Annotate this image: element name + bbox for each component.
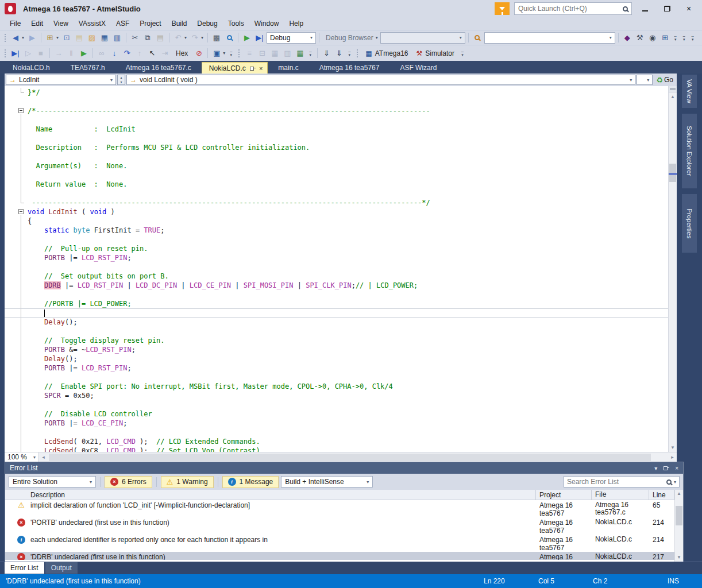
error-row[interactable]: ×'DDRB' undeclared (first use in this fu… [5, 552, 674, 560]
messages-filter-button[interactable]: i 1 Message [222, 476, 279, 488]
zoom-level-dropdown[interactable]: 100 % ▾ [5, 452, 39, 462]
debug-browser-combo[interactable]: ▾ [380, 32, 465, 44]
menu-view[interactable]: View [48, 18, 74, 29]
undo-icon[interactable]: ↶ [172, 32, 184, 44]
menu-vassistx[interactable]: VAssistX [74, 18, 111, 29]
toolbar-overflow-icon[interactable]: ╌▾ [346, 48, 353, 59]
error-row[interactable]: ieach undeclared identifier is reported … [5, 535, 674, 552]
error-list-scrollbar[interactable]: ▲ ▼ [674, 490, 683, 562]
start-debug-icon[interactable]: ▶ [241, 32, 253, 44]
column-file[interactable]: File [592, 490, 649, 500]
toolbar-overflow-icon[interactable]: ╌▾ [307, 48, 314, 59]
menu-debug[interactable]: Debug [192, 18, 222, 29]
open-file-icon[interactable]: ▨ [86, 32, 98, 44]
toolbar-grip[interactable] [356, 49, 359, 58]
toolbar-overflow-icon[interactable]: ╌▾ [672, 32, 680, 44]
error-search-box[interactable]: ▾ [564, 476, 680, 488]
menu-window[interactable]: Window [249, 18, 284, 29]
fold-toggle-icon[interactable] [18, 108, 24, 113]
processor-view-icon[interactable]: ▦ [269, 48, 280, 59]
fold-toggle-icon[interactable] [18, 209, 24, 214]
debug-break-icon[interactable]: ▶| [254, 32, 265, 44]
tab-tea5767-h[interactable]: TEA5767.h [60, 62, 115, 74]
back-icon[interactable]: ◀ [10, 32, 21, 44]
debug-browser-button-caret[interactable]: ▾ [375, 35, 379, 40]
back-icon-caret[interactable]: ▾ [21, 35, 25, 40]
registers-icon[interactable]: ⊟ [256, 48, 268, 59]
menu-build[interactable]: Build [167, 18, 192, 29]
horizontal-scrollbar[interactable] [48, 452, 668, 462]
toolbar-overflow-icon[interactable]: ╌▾ [227, 48, 235, 59]
restore-button[interactable] [658, 2, 676, 16]
scroll-up-arrow[interactable]: ▲ [675, 490, 683, 498]
close-tab-icon[interactable]: × [259, 65, 263, 72]
pin-icon[interactable] [249, 65, 256, 71]
quick-launch-input[interactable] [518, 5, 620, 13]
run-icon[interactable]: ▶ [78, 48, 90, 59]
scrollbar-thumb[interactable] [676, 506, 682, 525]
step-out-icon[interactable]: ↑ [134, 48, 145, 59]
simulator-tool-icon[interactable]: ⚒Simulator [413, 49, 458, 57]
menu-edit[interactable]: Edit [26, 18, 48, 29]
va-search-combo[interactable]: ▾ [484, 32, 615, 44]
windows-menu-icon[interactable]: ▣ [211, 48, 222, 59]
column-description[interactable]: Description [28, 490, 536, 500]
side-tab-va-view[interactable]: VA View [682, 75, 697, 108]
scroll-right-arrow[interactable]: ▸ [668, 454, 677, 460]
redo-icon[interactable]: ↷ [189, 32, 200, 44]
show-next-statement-icon[interactable]: → [53, 48, 64, 59]
io-view-icon[interactable]: ▦ [294, 48, 306, 59]
find-symbol-icon[interactable] [472, 32, 483, 44]
toolbar-grip[interactable] [4, 33, 7, 42]
toolbar-overflow-icon[interactable]: ╌▾ [681, 32, 688, 44]
device-chip-icon[interactable]: ▦ATmega16 [362, 49, 411, 57]
pause-icon[interactable]: ‖ [65, 48, 77, 59]
code-editor[interactable]: }*//*-----------------------------------… [5, 86, 668, 452]
continue-icon[interactable]: ▶| [10, 48, 21, 59]
menu-help[interactable]: Help [284, 18, 308, 29]
tab-atmega-16-tea5767-c[interactable]: Atmega 16 tea5767.c [115, 62, 202, 74]
minimize-button[interactable] [637, 2, 654, 16]
side-tab-properties[interactable]: Properties [682, 194, 697, 253]
debug-config-combo[interactable]: Debug▾ [267, 32, 316, 44]
save-icon[interactable]: ▦ [99, 32, 110, 44]
error-source-dropdown[interactable]: Build + IntelliSense ▾ [281, 476, 373, 488]
disable-breakpoints-icon[interactable]: ⊘ [193, 48, 205, 59]
column-project[interactable]: Project [536, 490, 592, 500]
add-item-icon[interactable]: ⊡ [61, 32, 72, 44]
device-programming-icon[interactable]: ⇓ [321, 48, 332, 59]
forward-icon[interactable]: ▶ [26, 32, 38, 44]
side-tab-solution-explorer[interactable]: Solution Explorer [682, 114, 697, 188]
tab-nokialcd-c[interactable]: NokiaLCD.c× [202, 62, 268, 74]
close-panel-icon[interactable]: × [675, 465, 678, 471]
cut-icon[interactable]: ✂ [129, 32, 141, 44]
error-search-input[interactable] [567, 478, 664, 486]
error-row[interactable]: ⚠implicit declaration of function 'LCD_i… [5, 500, 674, 517]
tab-asf-wizard[interactable]: ASF Wizard [389, 62, 447, 74]
memory-view-icon[interactable]: ▥ [281, 48, 293, 59]
solution-sync-icon[interactable]: ▩ [211, 32, 222, 44]
stop-icon[interactable]: ■ [35, 48, 47, 59]
splitter-handle[interactable] [669, 86, 677, 92]
step-into-icon[interactable]: ↓ [109, 48, 120, 59]
warnings-filter-button[interactable]: ⚠ 1 Warning [161, 476, 214, 488]
cursor-arrow-icon[interactable]: ↖ [146, 48, 158, 59]
va-outline-icon[interactable]: ◉ [647, 32, 658, 44]
paste-icon[interactable]: ▤ [155, 32, 166, 44]
toolbar-overflow-icon[interactable]: ╌▾ [689, 32, 697, 44]
pin-icon[interactable] [663, 465, 669, 471]
copy-icon[interactable]: ⧉ [142, 32, 153, 44]
find-in-files-icon[interactable] [223, 32, 235, 44]
scope-dropdown[interactable]: → LcdInit ▾ [6, 75, 116, 85]
redo-icon-caret[interactable]: ▾ [200, 35, 205, 40]
menu-asf[interactable]: ASF [111, 18, 134, 29]
quickwatch-icon[interactable]: ∞ [96, 48, 107, 59]
wrench-icon[interactable]: ⚒ [634, 32, 646, 44]
toolbar-grip[interactable] [4, 49, 7, 58]
close-button[interactable]: × [680, 2, 697, 16]
scroll-down-arrow[interactable]: ▼ [675, 554, 683, 562]
scroll-left-arrow[interactable]: ◂ [39, 454, 48, 460]
debug-browser-button[interactable]: Debug Browser [322, 34, 375, 42]
menu-project[interactable]: Project [134, 18, 166, 29]
error-row[interactable]: ×'PORTB' undeclared (first use in this f… [5, 517, 674, 535]
